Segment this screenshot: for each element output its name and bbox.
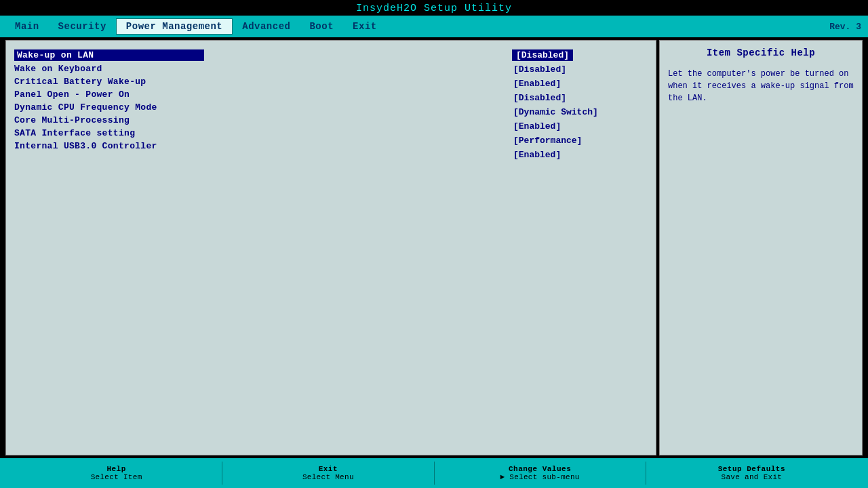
setting-name-4[interactable]: Dynamic CPU Frequency Mode <box>14 102 204 113</box>
bottom-section-0: HelpSelect Item <box>11 465 222 481</box>
setting-name-5[interactable]: Core Multi-Processing <box>14 115 204 125</box>
bottom-action-2: ► Select sub-menu <box>500 473 579 481</box>
bottom-section-1: ExitSelect Menu <box>222 465 433 481</box>
menu-item-exit[interactable]: Exit <box>343 19 387 34</box>
content-area: Wake-up on LANWake on KeyboardCritical B… <box>0 37 868 455</box>
setting-name-2[interactable]: Critical Battery Wake-up <box>14 77 204 87</box>
rev-label: Rev. 3 <box>829 22 861 32</box>
menu-item-power-management[interactable]: Power Management <box>116 18 233 35</box>
menu-item-security[interactable]: Security <box>49 19 116 34</box>
bottom-bar: HelpSelect ItemExitSelect MenuChange Val… <box>0 458 868 488</box>
setting-name-3[interactable]: Panel Open - Power On <box>14 89 204 100</box>
setting-value-0[interactable]: [Disabled] <box>512 49 573 61</box>
setting-value-6[interactable]: [Performance] <box>512 135 583 146</box>
settings-list: Wake-up on LANWake on KeyboardCritical B… <box>6 46 507 449</box>
bottom-key-1: Exit <box>319 465 338 473</box>
setting-value-1[interactable]: [Disabled] <box>512 64 568 75</box>
setting-name-6[interactable]: SATA Interface setting <box>14 128 204 138</box>
menu-bar: MainSecurityPower ManagementAdvancedBoot… <box>0 16 868 37</box>
app-title: InsydeH2O Setup Utility <box>356 3 512 14</box>
setting-value-2[interactable]: [Enabled] <box>512 78 562 89</box>
setting-value-3[interactable]: [Disabled] <box>512 92 568 104</box>
bottom-key-3: Setup Defaults <box>718 465 785 473</box>
setting-value-7[interactable]: [Enabled] <box>512 149 562 161</box>
help-text: Let the computer's power be turned on wh… <box>668 68 854 104</box>
main-panel: Wake-up on LANWake on KeyboardCritical B… <box>5 40 656 455</box>
values-list: [Disabled][Disabled][Enabled][Disabled][… <box>507 46 656 449</box>
bottom-key-0: Help <box>106 465 125 473</box>
setting-name-1[interactable]: Wake on Keyboard <box>14 64 204 74</box>
bottom-section-3: Setup DefaultsSave and Exit <box>646 465 857 481</box>
menu-item-advanced[interactable]: Advanced <box>233 19 300 34</box>
title-bar: InsydeH2O Setup Utility <box>0 0 868 16</box>
bottom-action-0: Select Item <box>91 473 142 481</box>
setting-name-0[interactable]: Wake-up on LAN <box>14 49 204 61</box>
setting-name-7[interactable]: Internal USB3.0 Controller <box>14 141 204 151</box>
bottom-action-1: Select Menu <box>302 473 354 481</box>
bottom-key-2: Change Values <box>509 465 571 473</box>
setting-value-4[interactable]: [Dynamic Switch] <box>512 106 599 118</box>
help-panel: Item Specific Help Let the computer's po… <box>659 40 863 455</box>
menu-item-main[interactable]: Main <box>5 19 49 34</box>
help-title: Item Specific Help <box>668 47 854 58</box>
setting-value-5[interactable]: [Enabled] <box>512 121 562 132</box>
bottom-action-3: Save and Exit <box>722 473 783 481</box>
bottom-section-2: Change Values► Select sub-menu <box>435 465 646 481</box>
menu-item-boot[interactable]: Boot <box>300 19 343 34</box>
